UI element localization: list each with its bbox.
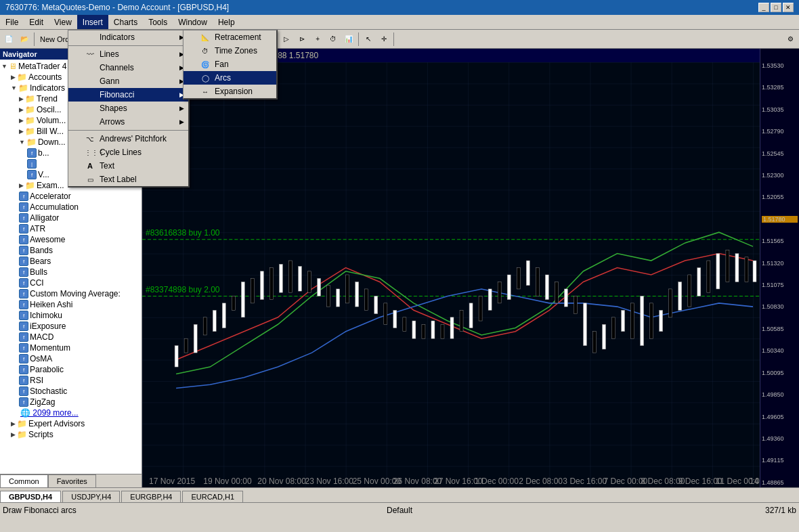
chart-area[interactable]: GBPUSD,H4 1.51967 1.51978 1.51688 1.5178… bbox=[142, 49, 799, 487]
nav-rsi[interactable]: f RSI bbox=[0, 375, 142, 386]
svg-rect-29 bbox=[393, 310, 397, 328]
price-label: 1.48865 bbox=[762, 479, 798, 486]
fib-expansion[interactable]: ↔ Expansion bbox=[183, 85, 276, 98]
tab-gbpusd[interactable]: GBPUSD,H4 bbox=[0, 491, 61, 502]
indicator-icon: f bbox=[19, 213, 28, 223]
menu-file[interactable]: File bbox=[0, 15, 24, 29]
price-label: 1.51075 bbox=[762, 282, 798, 288]
indicator-icon: f bbox=[19, 289, 28, 298]
menu-cyclelines[interactable]: ⋮⋮⋮ Cycle Lines bbox=[68, 146, 188, 159]
svg-rect-57 bbox=[660, 310, 663, 331]
svg-rect-9 bbox=[203, 317, 207, 335]
fib-retracement[interactable]: 📐 Retracement bbox=[183, 30, 276, 44]
tb-btn9[interactable]: + bbox=[310, 32, 325, 47]
fibonacci-submenu: 📐 Retracement ⏱ Time Zones 🌀 Fan ◯ Arcs … bbox=[183, 30, 278, 99]
menu-bar: File Edit View Insert Charts Tools Windo… bbox=[0, 15, 799, 30]
nav-tab-common[interactable]: Common bbox=[0, 474, 48, 487]
fib-arcs[interactable]: ◯ Arcs bbox=[183, 71, 276, 85]
new-btn[interactable]: 📄 bbox=[1, 32, 16, 47]
svg-rect-49 bbox=[583, 303, 586, 346]
menu-insert[interactable]: Insert bbox=[77, 15, 108, 29]
menu-charts[interactable]: Charts bbox=[108, 15, 143, 29]
svg-text:17 Nov 2015: 17 Nov 2015 bbox=[149, 476, 195, 486]
price-label: 1.50830 bbox=[762, 303, 798, 310]
fib-timezones[interactable]: ⏱ Time Zones bbox=[183, 44, 276, 58]
open-btn[interactable]: 📂 bbox=[17, 32, 32, 47]
price-label: 1.52300 bbox=[762, 172, 798, 179]
menu-channels[interactable]: Channels bbox=[68, 61, 188, 74]
nav-awesome[interactable]: f Awesome bbox=[0, 234, 142, 245]
nav-cci[interactable]: f CCI bbox=[0, 278, 142, 288]
timezones-icon: ⏱ bbox=[200, 47, 211, 55]
menu-lines[interactable]: 〰 Lines bbox=[68, 47, 188, 61]
tb-btn11[interactable]: 📊 bbox=[341, 32, 356, 47]
nav-scripts[interactable]: ▶ 📁 Scripts bbox=[0, 429, 142, 440]
tab-eurgbp[interactable]: EURGBP,H4 bbox=[121, 491, 181, 502]
nav-accelerator[interactable]: f Accelerator bbox=[0, 191, 142, 202]
menu-tools[interactable]: Tools bbox=[143, 15, 173, 29]
price-axis: 1.53530 1.53285 1.53035 1.52790 1.52545 … bbox=[760, 49, 799, 487]
crosshair-btn[interactable]: ✛ bbox=[376, 32, 391, 47]
nav-cma[interactable]: f Custom Moving Average: bbox=[0, 288, 142, 299]
nav-experts[interactable]: ▶ 📁 Expert Advisors bbox=[0, 418, 142, 429]
svg-rect-31 bbox=[412, 321, 416, 338]
menu-fibonacci[interactable]: Fibonacci bbox=[68, 88, 188, 102]
menu-help[interactable]: Help bbox=[213, 15, 240, 29]
menu-edit[interactable]: Edit bbox=[24, 15, 49, 29]
nav-iexposure[interactable]: f iExposure bbox=[0, 321, 142, 332]
expand-icon: ▶ bbox=[11, 74, 16, 81]
nav-macd[interactable]: f MACD bbox=[0, 332, 142, 342]
insert-menu: Indicators 〰 Lines Channels Gann Fibonac… bbox=[68, 30, 190, 187]
nav-bulls[interactable]: f Bulls bbox=[0, 267, 142, 278]
nav-osma[interactable]: f OsMA bbox=[0, 353, 142, 364]
nav-stochastic[interactable]: f Stochastic bbox=[0, 386, 142, 397]
nav-parabolic[interactable]: f Parabolic bbox=[0, 364, 142, 375]
nav-heikenashi[interactable]: f Heiken Ashi bbox=[0, 299, 142, 310]
settings-btn[interactable]: ⚙ bbox=[783, 32, 798, 47]
fib-fan[interactable]: 🌀 Fan bbox=[183, 58, 276, 71]
nav-momentum[interactable]: f Momentum bbox=[0, 342, 142, 353]
tb-btn8[interactable]: ⊳ bbox=[295, 32, 309, 47]
menu-window[interactable]: Window bbox=[173, 15, 213, 29]
menu-pitchfork[interactable]: ⌥ Andrews' Pitchfork bbox=[68, 132, 188, 146]
menu-text[interactable]: A Text bbox=[68, 159, 188, 173]
close-button[interactable]: ✕ bbox=[783, 3, 794, 12]
svg-rect-47 bbox=[564, 289, 567, 307]
menu-arrows[interactable]: Arrows bbox=[68, 115, 188, 129]
cursor-btn[interactable]: ↖ bbox=[361, 32, 376, 47]
nav-bands[interactable]: f Bands bbox=[0, 245, 142, 256]
svg-rect-1 bbox=[142, 62, 760, 487]
nav-tab-favorites[interactable]: Favorites bbox=[48, 474, 96, 487]
svg-rect-7 bbox=[184, 338, 188, 353]
menu-gann[interactable]: Gann bbox=[68, 74, 188, 88]
svg-rect-56 bbox=[650, 303, 653, 338]
svg-rect-62 bbox=[707, 261, 710, 292]
tab-eurcad[interactable]: EURCAD,H1 bbox=[182, 491, 243, 502]
nav-alligator[interactable]: f Alligator bbox=[0, 213, 142, 223]
sep2 bbox=[68, 130, 188, 131]
maximize-button[interactable]: □ bbox=[771, 3, 781, 12]
tb-btn10[interactable]: ⏱ bbox=[326, 32, 341, 47]
indicator-icon: f bbox=[19, 257, 28, 266]
menu-shapes[interactable]: Shapes bbox=[68, 102, 188, 115]
minimize-button[interactable]: _ bbox=[758, 3, 769, 12]
indicator-icon: f bbox=[19, 365, 28, 374]
tb-btn7[interactable]: ▷ bbox=[279, 32, 294, 47]
nav-ichimoku[interactable]: f Ichimoku bbox=[0, 310, 142, 321]
price-label: 1.52790 bbox=[762, 128, 798, 135]
nav-more[interactable]: 🌐 2099 more... bbox=[0, 407, 142, 418]
svg-rect-64 bbox=[726, 250, 729, 282]
nav-accumulation[interactable]: f Accumulation bbox=[0, 202, 142, 213]
svg-rect-13 bbox=[241, 282, 244, 317]
price-label: 1.53530 bbox=[762, 62, 798, 69]
tab-usdjpy[interactable]: USDJPY,H4 bbox=[62, 491, 120, 502]
svg-rect-35 bbox=[450, 317, 454, 338]
svg-rect-59 bbox=[678, 282, 682, 310]
menu-view[interactable]: View bbox=[49, 15, 77, 29]
menu-textlabel[interactable]: ▭ Text Label bbox=[68, 173, 188, 186]
nav-bears[interactable]: f Bears bbox=[0, 256, 142, 267]
menu-indicators[interactable]: Indicators bbox=[68, 30, 188, 44]
svg-rect-21 bbox=[318, 278, 321, 296]
nav-zigzag[interactable]: f ZigZag bbox=[0, 397, 142, 407]
nav-atr[interactable]: f ATR bbox=[0, 223, 142, 234]
